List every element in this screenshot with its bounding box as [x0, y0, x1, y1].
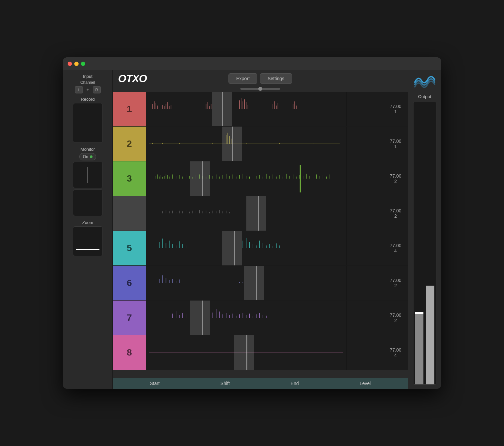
- track-level-ch-3: 2: [394, 179, 397, 184]
- app-logo-icon: [413, 74, 436, 90]
- output-meter-peak: [415, 312, 423, 314]
- track-section-2: [346, 127, 383, 161]
- main-content: Input Channel L + R Record Monitor On: [63, 70, 441, 389]
- track-pad-6[interactable]: 6: [113, 266, 146, 300]
- track-level-4: 77.00 2: [383, 196, 408, 231]
- track-pad-3[interactable]: 3: [113, 161, 146, 196]
- track-number-5: 5: [127, 243, 132, 253]
- table-row: 1: [113, 92, 408, 127]
- top-bar: OTXO Export Settings: [113, 70, 408, 87]
- center-area: OTXO Export Settings 1: [113, 70, 408, 389]
- track-level-value-4: 77.00: [390, 208, 401, 213]
- track-pad-5[interactable]: 5: [113, 231, 146, 265]
- monitor-section: Monitor On: [66, 147, 110, 216]
- level-label: Level: [360, 381, 371, 386]
- table-row: 3: [113, 161, 408, 196]
- track-level-6: 77.00 2: [383, 266, 408, 300]
- end-label: End: [290, 381, 299, 386]
- track-level-value-1: 77.00: [390, 104, 401, 109]
- table-row: 5: [113, 231, 408, 266]
- zoom-label: Zoom: [82, 220, 93, 225]
- input-label: Input: [83, 74, 93, 79]
- channel-label: Channel: [80, 80, 95, 85]
- track-section-6: [346, 266, 383, 300]
- transport-bar: [113, 87, 408, 92]
- right-sidebar: Output: [408, 70, 441, 389]
- app-window: Input Channel L + R Record Monitor On: [63, 57, 441, 389]
- channel-left-button[interactable]: L: [75, 86, 83, 93]
- track-number-7: 7: [127, 312, 132, 323]
- track-waveform-3[interactable]: [146, 161, 346, 196]
- monitor-state-text: On: [83, 154, 88, 159]
- close-button[interactable]: [68, 62, 72, 66]
- track-level-value-8: 77.00: [390, 347, 401, 353]
- track-level-value-3: 77.00: [390, 173, 401, 179]
- track-section-5: [346, 231, 383, 265]
- monitor-label: Monitor: [81, 147, 95, 152]
- track-level-3: 77.00 2: [383, 161, 408, 196]
- track-number-1: 1: [127, 104, 132, 114]
- top-buttons: Export Settings: [228, 73, 292, 84]
- track-waveform-6[interactable]: [146, 266, 346, 300]
- track-pad-8[interactable]: 8: [113, 335, 146, 370]
- track-number-3: 3: [127, 173, 132, 184]
- track-level-ch-8: 4: [394, 353, 397, 358]
- traffic-lights: [68, 62, 85, 66]
- track-pad-4[interactable]: [113, 196, 146, 231]
- track-level-value-7: 77.00: [390, 312, 401, 318]
- table-row: 2: [113, 127, 408, 161]
- monitor-on-indicator: [90, 155, 93, 158]
- track-section-3: [346, 161, 383, 196]
- track-section-7: [346, 301, 383, 335]
- monitor-toggle[interactable]: On: [79, 153, 96, 160]
- track-level-value-2: 77.00: [390, 139, 401, 144]
- track-level-ch-2: 1: [394, 144, 397, 149]
- table-row: 77.00 2: [113, 196, 408, 231]
- track-waveform-5[interactable]: [146, 231, 346, 265]
- track-level-5: 77.00 4: [383, 231, 408, 265]
- output-meter-right: [426, 286, 434, 384]
- output-meter-left: [415, 314, 423, 384]
- zoom-control[interactable]: [73, 226, 103, 256]
- track-waveform-7[interactable]: [146, 301, 346, 335]
- transport-slider[interactable]: [240, 88, 280, 90]
- svg-rect-97: [300, 165, 301, 192]
- track-level-value-5: 77.00: [390, 243, 401, 248]
- track-level-value-6: 77.00: [390, 278, 401, 283]
- track-section-4: [346, 196, 383, 231]
- track-number-6: 6: [127, 278, 132, 288]
- left-sidebar: Input Channel L + R Record Monitor On: [63, 70, 113, 389]
- bottom-bar: Start Shift End Level: [113, 378, 408, 389]
- track-level-1: 77.00 1: [383, 92, 408, 126]
- zoom-section: Zoom: [66, 220, 110, 256]
- track-pad-7[interactable]: 7: [113, 301, 146, 335]
- track-level-2: 77.00 1: [383, 127, 408, 161]
- track-waveform-2[interactable]: [146, 127, 346, 161]
- track-level-ch-6: 2: [394, 283, 397, 288]
- output-label: Output: [418, 94, 431, 99]
- channel-right-button[interactable]: R: [93, 86, 101, 93]
- track-pad-2[interactable]: 2: [113, 127, 146, 161]
- monitor-meter: [73, 162, 103, 188]
- channel-plus-icon: +: [84, 86, 92, 93]
- track-level-ch-1: 1: [394, 109, 397, 114]
- track-waveform-1[interactable]: [146, 92, 346, 126]
- track-section-1: [346, 92, 383, 126]
- tracks-container: 1: [113, 92, 408, 378]
- table-row: 8 77.00: [113, 335, 408, 370]
- minimize-button[interactable]: [74, 62, 79, 66]
- channel-buttons: L + R: [75, 86, 101, 93]
- input-level-box: [73, 190, 103, 216]
- track-waveform-8[interactable]: [146, 335, 346, 370]
- track-pad-1[interactable]: 1: [113, 92, 146, 126]
- logo-area: OTXO: [118, 73, 147, 85]
- shift-label: Shift: [220, 381, 230, 386]
- track-level-ch-5: 4: [394, 248, 397, 253]
- settings-button[interactable]: Settings: [260, 73, 292, 84]
- export-button[interactable]: Export: [228, 73, 257, 84]
- maximize-button[interactable]: [81, 62, 85, 66]
- track-level-ch-4: 2: [394, 213, 397, 219]
- record-label: Record: [81, 97, 95, 102]
- track-waveform-4[interactable]: [146, 196, 346, 231]
- track-number-2: 2: [127, 139, 132, 149]
